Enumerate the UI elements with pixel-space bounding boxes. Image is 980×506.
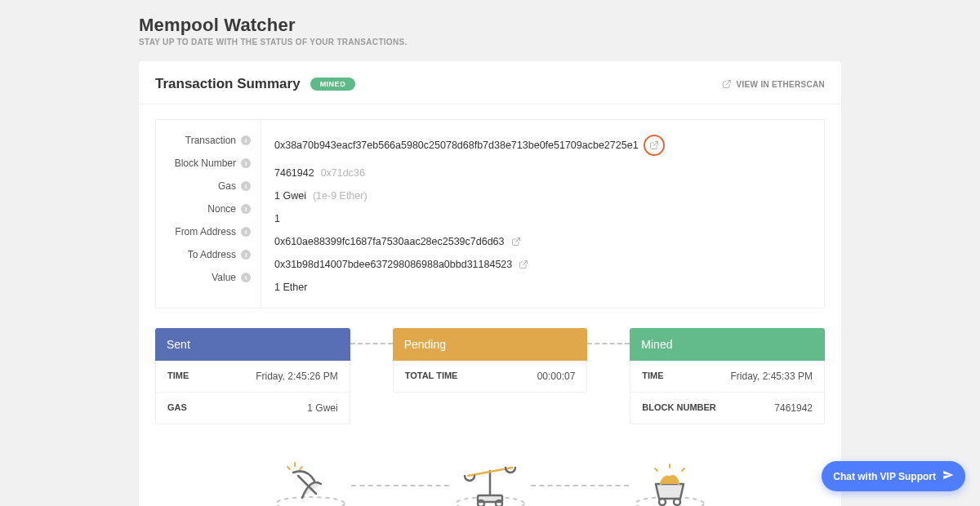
stage-row-value: 7461942 [774,402,813,414]
pickaxe-icon [270,461,351,506]
info-icon[interactable]: i [241,204,251,214]
value-block-number: 7461942 [274,167,314,179]
label-value: Value [212,272,236,283]
svg-point-12 [478,500,484,506]
stage-connector [587,343,630,344]
stage-mined: Mined TIMEFriday, 2:45:33 PM BLOCK NUMBE… [630,328,825,424]
highlight-circle [644,135,665,156]
chat-support-button[interactable]: Chat with VIP Support [822,461,965,491]
label-gas: Gas [218,180,236,192]
svg-line-19 [682,468,684,471]
app-subtitle: STAY UP TO DATE WITH THE STATUS OF YOUR … [139,38,841,47]
status-timeline: Sent TIMEFriday, 2:45:26 PM GAS1 Gwei Pe… [155,328,825,424]
value-transaction-hash: 0x38a70b943eacf37eb566a5980c25078d68fb7d… [274,140,639,151]
stage-row-value: 00:00:07 [537,371,576,382]
paper-plane-icon [942,469,954,483]
view-in-etherscan-link[interactable]: VIEW IN ETHERSCAN [722,79,825,89]
status-badge: MINED [310,78,356,91]
svg-line-17 [655,468,657,471]
stage-pending-title: Pending [393,328,588,361]
svg-point-13 [496,500,502,506]
stage-row-label: TOTAL TIME [405,371,458,382]
value-to-address: 0x31b98d14007bdee637298086988a0bbd311845… [274,259,512,270]
svg-line-8 [300,467,302,469]
info-icon[interactable]: i [241,273,251,282]
svg-line-3 [523,261,528,266]
stage-connector [350,343,393,344]
info-icon[interactable]: i [241,227,251,237]
chat-support-label: Chat with VIP Support [833,471,936,482]
stage-sent-title: Sent [155,328,350,361]
svg-point-16 [674,499,680,505]
stage-row-label: TIME [642,371,663,382]
stage-sent: Sent TIMEFriday, 2:45:26 PM GAS1 Gwei [155,328,350,424]
card-title: Transaction Summary [155,76,301,92]
value-value: 1 Ether [274,282,307,293]
illustration-connector [351,485,449,486]
stage-row-label: GAS [167,402,187,414]
external-link-icon [722,79,732,89]
value-from-address: 0x610ae88399fc1687fa7530aac28ec2539c7d6d… [274,236,505,247]
page-header: Mempool Watcher STAY UP TO DATE WITH THE… [139,0,841,61]
stage-pending: Pending TOTAL TIME00:00:07 [393,328,588,393]
app-title: Mempool Watcher [139,15,841,36]
label-block-number: Block Number [175,158,236,169]
info-icon[interactable]: i [241,250,251,260]
stage-row-value: 1 Gwei [307,402,337,414]
value-block-number-hex: 0x71dc36 [321,167,365,179]
svg-point-15 [659,499,666,505]
svg-line-2 [515,238,520,243]
info-icon[interactable]: i [241,135,251,145]
label-to-address: To Address [188,249,236,260]
value-gas: 1 Gwei [274,190,306,202]
info-icon[interactable]: i [241,158,251,168]
illustration-row [155,457,825,506]
label-transaction: Transaction [185,135,236,146]
svg-point-4 [276,497,345,506]
label-nonce: Nonce [207,203,236,215]
stage-mined-title: Mined [630,328,825,361]
external-link-icon[interactable] [649,140,659,150]
value-nonce: 1 [274,213,280,224]
svg-line-0 [726,81,731,86]
external-link-icon[interactable] [519,260,528,269]
scale-icon [449,461,531,506]
label-from-address: From Address [175,226,236,237]
external-link-icon[interactable] [511,237,521,246]
stage-row-value: Friday, 2:45:33 PM [731,371,813,382]
transaction-card: Transaction Summary MINED VIEW IN ETHERS… [139,61,841,506]
stage-row-value: Friday, 2:45:26 PM [256,371,338,382]
view-in-etherscan-label: VIEW IN ETHERSCAN [737,80,825,89]
illustration-connector [531,485,629,486]
stage-row-label: BLOCK NUMBER [642,402,715,414]
svg-line-1 [653,142,658,147]
svg-line-6 [287,467,290,469]
stage-row-label: TIME [167,371,189,382]
value-gas-suffix: (1e-9 Ether) [313,190,368,202]
mine-cart-icon [629,461,710,506]
info-icon[interactable]: i [241,181,251,191]
summary-table: Transactioni Block Numberi Gasi Noncei F… [155,119,825,308]
